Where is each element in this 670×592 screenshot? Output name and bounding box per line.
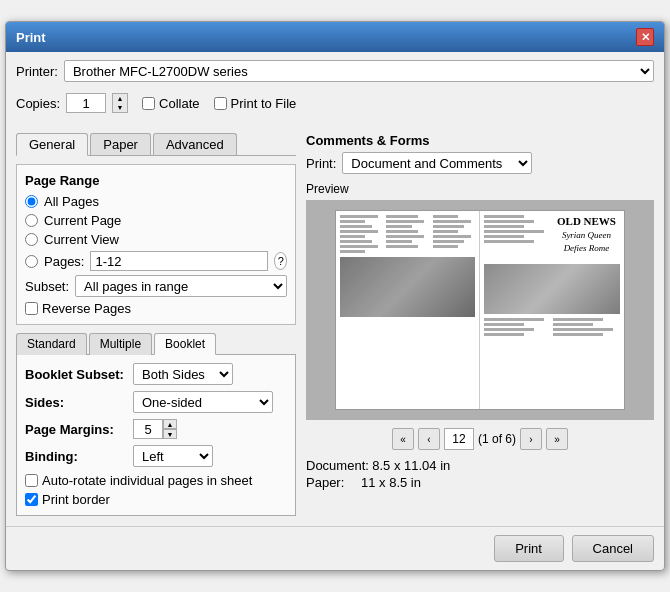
preview-right-page: OLD NEWS Syrian Queen Defies Rome <box>480 211 624 409</box>
doc-label: Document: <box>306 458 369 473</box>
sides-select[interactable]: One-sided <box>133 391 273 413</box>
pages-radio[interactable] <box>25 255 38 268</box>
last-page-button[interactable]: » <box>546 428 568 450</box>
spinner-up[interactable]: ▲ <box>113 94 127 103</box>
preview-headline: OLD NEWS <box>557 215 616 228</box>
copies-spinner[interactable]: ▲ ▼ <box>112 93 128 113</box>
auto-rotate-label: Auto-rotate individual pages in sheet <box>42 473 252 488</box>
preview-subheadline1: Syrian Queen <box>562 230 611 241</box>
print-dialog: Print ✕ Printer: Brother MFC-L2700DW ser… <box>5 21 665 571</box>
printer-label: Printer: <box>16 64 58 79</box>
print-to-file-checkbox[interactable] <box>214 97 227 110</box>
main-tabs: General Paper Advanced <box>16 133 296 156</box>
reverse-pages-checkbox[interactable] <box>25 302 38 315</box>
printer-select[interactable]: Brother MFC-L2700DW series <box>64 60 654 82</box>
close-button[interactable]: ✕ <box>636 28 654 46</box>
sides-label: Sides: <box>25 395 125 410</box>
print-border-checkbox[interactable] <box>25 493 38 506</box>
comments-forms-section: Comments & Forms Print: Document and Com… <box>306 133 654 174</box>
auto-rotate-checkbox[interactable] <box>25 474 38 487</box>
reverse-pages-label: Reverse Pages <box>42 301 131 316</box>
preview-left-page <box>336 211 480 409</box>
preview-area: OLD NEWS Syrian Queen Defies Rome <box>306 200 654 420</box>
bottom-buttons: Print Cancel <box>6 526 664 570</box>
print-button[interactable]: Print <box>494 535 564 562</box>
pages-input[interactable] <box>90 251 268 271</box>
collate-label: Collate <box>159 96 199 111</box>
preview-left-image <box>340 257 475 317</box>
margins-down-btn[interactable]: ▼ <box>163 429 177 439</box>
binding-select[interactable]: Left <box>133 445 213 467</box>
next-page-button[interactable]: › <box>520 428 542 450</box>
title-bar: Print ✕ <box>6 22 664 52</box>
page-range-section: Page Range All Pages Current Page Curren… <box>16 164 296 325</box>
preview-right-image <box>484 264 620 314</box>
copies-label: Copies: <box>16 96 60 111</box>
preview-title: Preview <box>306 182 654 196</box>
current-view-label: Current View <box>44 232 119 247</box>
preview-inner: OLD NEWS Syrian Queen Defies Rome <box>335 210 625 410</box>
tab-advanced[interactable]: Advanced <box>153 133 237 155</box>
cancel-button[interactable]: Cancel <box>572 535 654 562</box>
tab-booklet[interactable]: Booklet <box>154 333 216 355</box>
subset-select[interactable]: All pages in range <box>75 275 287 297</box>
current-view-radio[interactable] <box>25 233 38 246</box>
preview-subheadline2: Defies Rome <box>564 243 610 254</box>
page-range-title: Page Range <box>25 173 287 188</box>
paper-label: Paper: <box>306 475 344 490</box>
current-page-radio[interactable] <box>25 214 38 227</box>
page-margins-label: Page Margins: <box>25 422 125 437</box>
comments-forms-title: Comments & Forms <box>306 133 654 148</box>
tab-general[interactable]: General <box>16 133 88 156</box>
all-pages-label: All Pages <box>44 194 99 209</box>
nav-controls: « ‹ (1 of 6) › » <box>306 428 654 450</box>
print-border-label: Print border <box>42 492 110 507</box>
page-number-input[interactable] <box>444 428 474 450</box>
tab-paper[interactable]: Paper <box>90 133 151 155</box>
spinner-down[interactable]: ▼ <box>113 103 127 112</box>
margins-input[interactable] <box>133 419 163 439</box>
margins-up-btn[interactable]: ▲ <box>163 419 177 429</box>
booklet-section: Booklet Subset: Both Sides Sides: One-si… <box>16 354 296 516</box>
document-info: Document: 8.5 x 11.04 in <box>306 458 654 473</box>
booklet-subset-label: Booklet Subset: <box>25 367 125 382</box>
right-panel: Comments & Forms Print: Document and Com… <box>306 133 654 516</box>
binding-label: Binding: <box>25 449 125 464</box>
subset-label: Subset: <box>25 279 69 294</box>
print-label: Print: <box>306 156 336 171</box>
pages-label: Pages: <box>44 254 84 269</box>
page-info: (1 of 6) <box>478 432 516 446</box>
prev-page-button[interactable]: ‹ <box>418 428 440 450</box>
dialog-title: Print <box>16 30 46 45</box>
doc-value: 8.5 x 11.04 in <box>372 458 450 473</box>
current-page-label: Current Page <box>44 213 121 228</box>
print-to-file-label: Print to File <box>231 96 297 111</box>
paper-info: Paper: 11 x 8.5 in <box>306 475 654 490</box>
paper-value: 11 x 8.5 in <box>361 475 421 490</box>
collate-checkbox[interactable] <box>142 97 155 110</box>
copies-input[interactable] <box>66 93 106 113</box>
tab-multiple[interactable]: Multiple <box>89 333 152 355</box>
pages-help-icon[interactable]: ? <box>274 252 287 270</box>
all-pages-radio[interactable] <box>25 195 38 208</box>
tab-standard[interactable]: Standard <box>16 333 87 355</box>
left-panel: General Paper Advanced Page Range All Pa… <box>16 133 296 516</box>
booklet-subset-select[interactable]: Both Sides <box>133 363 233 385</box>
print-select[interactable]: Document and Comments <box>342 152 532 174</box>
first-page-button[interactable]: « <box>392 428 414 450</box>
